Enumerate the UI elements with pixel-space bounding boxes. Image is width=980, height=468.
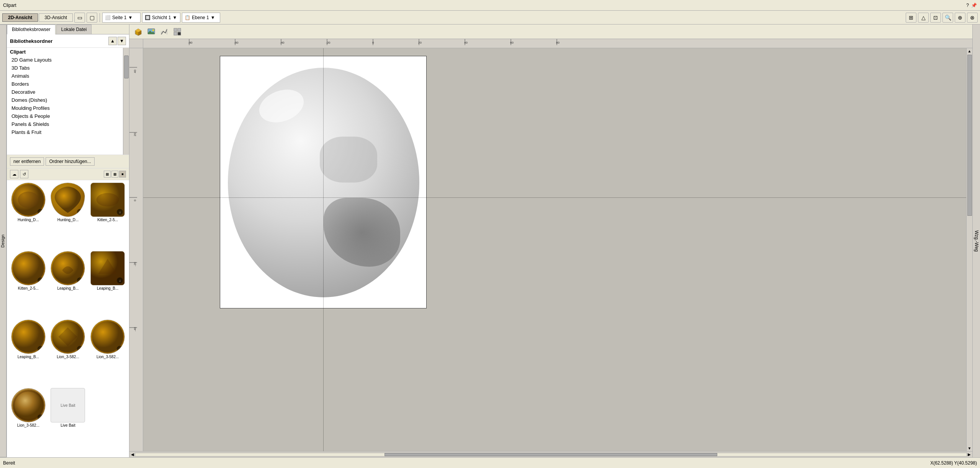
expand-btn[interactable]: ▼ <box>118 37 126 45</box>
svg-text:40: 40 <box>133 70 137 73</box>
grid-small-btn[interactable]: ▦ <box>104 171 111 178</box>
grid-large-btn[interactable]: ■ <box>119 171 126 178</box>
svg-text:0: 0 <box>133 199 137 201</box>
download-badge: ↓ <box>38 209 44 215</box>
tree-item-8[interactable]: Panels & Shields <box>7 120 123 128</box>
list-item[interactable]: ↓ Kitten_2-5... <box>9 251 47 318</box>
thumb-label-10: Live Bait <box>61 423 75 427</box>
svg-rect-22 <box>174 32 177 35</box>
schicht-dropdown[interactable]: 🔲 Schicht 1 ▼ <box>142 13 180 23</box>
drawing-canvas[interactable] <box>143 48 966 451</box>
list-item[interactable]: ↓ Hunting_D... <box>49 183 87 249</box>
3d-box-btn[interactable] <box>133 26 144 37</box>
coords-text: X(62.5288) Y(40.5298) <box>930 460 977 466</box>
h-scroll-thumb[interactable] <box>384 453 717 456</box>
zoom-in-tool[interactable]: 🔍 <box>942 13 953 23</box>
scroll-right-btn[interactable]: ▶ <box>967 452 972 457</box>
tree-item-3[interactable]: Borders <box>7 80 123 88</box>
v-scroll-thumb[interactable] <box>967 55 972 216</box>
side-tab-design[interactable]: Design <box>0 24 7 457</box>
seite-dropdown[interactable]: ⬜ Seite 1 ▼ <box>102 13 141 23</box>
svg-text:-20: -20 <box>326 41 330 44</box>
thumb-img-10: Live Bait <box>51 388 85 422</box>
tree-scrollbar[interactable] <box>123 48 129 155</box>
svg-text:-20: -20 <box>133 262 137 266</box>
tree-item-7[interactable]: Objects & People <box>7 112 123 120</box>
ebene-chevron: ▼ <box>211 15 215 20</box>
tree-item-2[interactable]: Animals <box>7 72 123 80</box>
zoom-select-tool[interactable]: ⊗ <box>967 13 978 23</box>
cloud-icon[interactable]: ☁ <box>10 170 18 178</box>
canvas-wrapper: -80 -60 -40 -20 0 20 40 6 <box>129 39 972 457</box>
remove-folder-btn[interactable]: ner entfernen <box>10 157 44 166</box>
list-item[interactable]: ↓ Lion_3-582... <box>49 320 87 386</box>
thumb-img-4: ↓ <box>51 251 85 285</box>
zoom-fit-tool[interactable]: ⊕ <box>955 13 965 23</box>
tab-bibliotheksbrowser[interactable]: Bibliotheksbrowser <box>7 24 56 34</box>
list-item[interactable]: Live Bait Live Bait <box>49 388 87 455</box>
grid-btn[interactable] <box>172 26 183 37</box>
thumb-img-8: ↓ <box>90 320 125 354</box>
sphere-object <box>228 68 419 297</box>
app-title: Clipart <box>3 3 16 8</box>
scroll-left-btn[interactable]: ◀ <box>130 452 135 457</box>
tree-inner: Clipart 2D Game Layouts 3D Tabs Animals … <box>7 48 123 155</box>
image-btn[interactable] <box>146 26 157 37</box>
svg-rect-20 <box>174 28 177 31</box>
tree-container: Clipart 2D Game Layouts 3D Tabs Animals … <box>7 48 129 155</box>
sphere-highlight <box>255 84 308 128</box>
tree-item-5[interactable]: Domes (Dishes) <box>7 96 123 104</box>
thumb-img-2: ↓ <box>90 183 125 217</box>
page-shape-1[interactable]: ▭ <box>74 13 85 23</box>
toolpath-btn[interactable] <box>159 26 170 37</box>
list-item[interactable]: ↓ Hunting_D... <box>9 183 47 249</box>
help-icon[interactable]: ? <box>966 3 969 8</box>
tab-lokale-datei[interactable]: Lokale Datei <box>56 24 92 34</box>
scroll-up-btn[interactable]: ▲ <box>967 48 972 54</box>
tree-item-0[interactable]: 2D Game Layouts <box>7 56 123 64</box>
tree-scrollbar-thumb[interactable] <box>124 55 129 78</box>
tree-item-6[interactable]: Moulding Profiles <box>7 104 123 112</box>
tree-root[interactable]: Clipart <box>7 48 123 56</box>
align-tool[interactable]: ⊞ <box>906 13 916 23</box>
collapse-btn[interactable]: ▲ <box>108 37 117 45</box>
svg-point-17 <box>152 29 154 31</box>
refresh-icon[interactable]: ↺ <box>20 170 28 178</box>
tree-item-9[interactable]: Plants & Fruit <box>7 128 123 136</box>
pin-icon[interactable]: 📌 <box>971 3 977 8</box>
lib-header: Bibliotheksordner ▲ ▼ <box>7 34 129 48</box>
grid-medium-btn[interactable]: ▩ <box>111 171 118 178</box>
canvas-main: 40 20 0 -20 -40 <box>129 48 972 451</box>
list-item[interactable]: ↓ Leaping_B... <box>49 251 87 318</box>
status-bar: Bereit X(62.5288) Y(40.5298) <box>0 457 980 468</box>
thumb-label-1: Hunting_D... <box>57 218 79 222</box>
snap-tool[interactable]: △ <box>918 13 929 23</box>
list-item[interactable]: ↓ Kitten_2-5... <box>88 183 127 249</box>
list-item[interactable]: ↓ Leaping_B... <box>88 251 127 318</box>
download-badge: ↓ <box>38 346 44 352</box>
seite-label: Seite 1 <box>112 15 126 20</box>
thumb-label-8: Lion_3-582... <box>97 355 119 359</box>
tree-item-4[interactable]: Decorative <box>7 88 123 96</box>
h-scroll-track[interactable] <box>135 453 967 457</box>
scroll-down-btn[interactable]: ▼ <box>967 445 972 451</box>
add-folder-btn[interactable]: Ordner hinzufügen... <box>46 157 94 166</box>
seite-icon: ⬜ <box>105 15 111 20</box>
tree-item-1[interactable]: 3D Tabs <box>7 64 123 72</box>
thumb-label-9: Lion_3-582... <box>17 423 39 427</box>
grid-tool[interactable]: ⊡ <box>930 13 941 23</box>
thumb-label-2: Kitten_2-5... <box>97 218 118 222</box>
page-shape-2[interactable]: ▢ <box>87 13 97 23</box>
bottom-scrollbar: ◀ ▶ <box>129 451 972 457</box>
svg-text:20: 20 <box>133 133 137 136</box>
thumb-img-6: ↓ <box>11 320 46 354</box>
right-scrollbar[interactable]: ▲ ▼ <box>966 48 972 451</box>
btn-2d-view[interactable]: 2D-Ansicht <box>2 13 38 22</box>
thumb-label-5: Leaping_B... <box>97 286 118 290</box>
list-item[interactable]: ↓ Leaping_B... <box>9 320 47 386</box>
list-item[interactable]: ↓ Lion_3-582... <box>9 388 47 455</box>
svg-text:-80: -80 <box>188 41 193 44</box>
btn-3d-view[interactable]: 3D-Ansicht <box>39 13 73 22</box>
ebene-dropdown[interactable]: 📋 Ebene 1 ▼ <box>182 13 220 23</box>
list-item[interactable]: ↓ Lion_3-582... <box>88 320 127 386</box>
